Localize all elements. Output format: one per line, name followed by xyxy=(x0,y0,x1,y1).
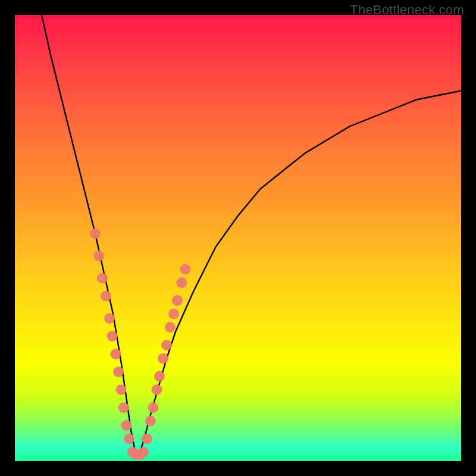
data-dot xyxy=(118,402,129,413)
plot-svg xyxy=(15,15,461,461)
data-dot xyxy=(111,349,121,359)
data-dot xyxy=(116,384,127,395)
data-dot xyxy=(93,250,104,261)
data-dot xyxy=(158,353,168,364)
data-dot xyxy=(154,371,165,382)
data-dot xyxy=(177,277,187,288)
data-dot xyxy=(180,264,191,275)
dot-cluster xyxy=(90,228,191,460)
data-dot xyxy=(121,420,132,431)
watermark-text: TheBottleneck.com xyxy=(350,2,464,18)
data-dot xyxy=(168,309,179,320)
bottleneck-curve xyxy=(42,15,461,452)
data-dot xyxy=(104,313,115,324)
data-dot xyxy=(124,434,134,444)
data-dot xyxy=(145,416,156,427)
data-dot xyxy=(101,291,111,302)
data-dot xyxy=(165,322,176,333)
data-dot xyxy=(90,228,101,239)
data-dot xyxy=(97,273,108,284)
data-dot xyxy=(138,447,149,458)
data-dot xyxy=(142,434,152,444)
data-dot xyxy=(113,367,124,377)
data-dot xyxy=(172,295,183,306)
data-dot xyxy=(148,402,159,413)
data-dot xyxy=(107,331,118,342)
data-dot xyxy=(161,340,172,350)
data-dot xyxy=(152,384,162,395)
